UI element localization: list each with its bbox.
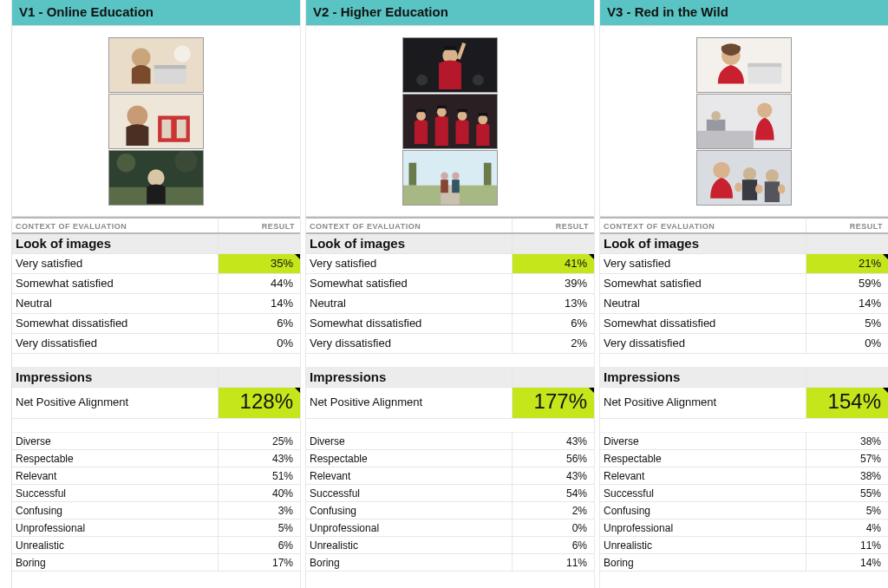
metric-value: 11% [806, 537, 888, 553]
panel-title[interactable]: V2 - Higher Education [306, 0, 594, 25]
blank-row [12, 419, 300, 433]
table-row[interactable]: Neutral13% [306, 294, 594, 314]
metric-label: Boring [600, 554, 806, 571]
table-row[interactable]: Successful54% [306, 485, 594, 502]
blank-row [600, 419, 888, 433]
table-row[interactable]: Very satisfied41% [306, 254, 594, 274]
panel-v3: V3 - Red in the WildCONTEXT OF EVALUATIO… [600, 0, 888, 588]
table-row[interactable]: Diverse25% [12, 433, 300, 450]
net-label: Net Positive Alignment [600, 388, 806, 418]
metric-label: Respectable [306, 450, 513, 467]
metric-value: 43% [513, 467, 594, 484]
thumbnail-image[interactable] [696, 37, 792, 93]
section-label: Look of images [12, 234, 219, 253]
table-row[interactable]: Successful40% [12, 485, 300, 502]
table-row[interactable]: Very dissatisfied2% [306, 334, 594, 354]
table-row[interactable]: Somewhat satisfied59% [600, 274, 888, 294]
table-row[interactable]: Unrealistic6% [306, 537, 594, 554]
section-label: Look of images [600, 234, 806, 253]
net-value: 154% [806, 388, 888, 418]
metric-label: Somewhat satisfied [600, 274, 806, 293]
metric-label: Very dissatisfied [12, 334, 219, 353]
table-row[interactable]: Confusing3% [12, 502, 300, 519]
table-row[interactable]: Somewhat dissatisfied6% [12, 314, 300, 334]
table-row[interactable]: Respectable57% [600, 450, 888, 467]
metric-label: Neutral [600, 294, 806, 313]
thumbnail-image[interactable] [696, 94, 792, 149]
table-row[interactable]: Respectable56% [306, 450, 594, 467]
blank-row [12, 354, 300, 368]
thumbnail-image[interactable] [108, 94, 204, 149]
panel-title[interactable]: V3 - Red in the Wild [600, 0, 888, 25]
table-row[interactable]: Very satisfied21% [600, 254, 888, 274]
metric-value: 21% [806, 254, 888, 273]
metric-label: Respectable [600, 450, 806, 467]
metric-value: 51% [219, 467, 300, 484]
thumbnail-image[interactable] [696, 150, 792, 206]
table-row[interactable]: Respectable43% [12, 450, 300, 467]
thumbnail-image[interactable] [108, 37, 204, 93]
metric-value: 56% [513, 450, 594, 467]
net-value: 177% [513, 388, 594, 418]
table-row[interactable]: Relevant43% [306, 467, 594, 485]
table-row[interactable]: Somewhat dissatisfied5% [600, 314, 888, 334]
table-row[interactable]: Relevant38% [600, 467, 888, 485]
metric-label: Diverse [600, 433, 806, 449]
table-row[interactable]: Somewhat satisfied39% [306, 274, 594, 294]
table-row[interactable]: Relevant51% [12, 467, 300, 485]
metric-value: 39% [513, 274, 594, 293]
metric-value: 11% [513, 554, 594, 571]
column-header-row: CONTEXT OF EVALUATIONRESULT [12, 217, 300, 234]
image-row [600, 26, 888, 217]
panel-title[interactable]: V1 - Online Education [12, 0, 300, 25]
metric-value: 13% [513, 294, 594, 313]
table-row[interactable]: Boring17% [12, 554, 300, 572]
thumbnail-image[interactable] [402, 94, 498, 149]
table-row[interactable]: Somewhat satisfied44% [12, 274, 300, 294]
thumbnail-image[interactable] [402, 150, 498, 206]
metric-label: Respectable [12, 450, 219, 467]
metric-value: 40% [219, 485, 300, 501]
metric-label: Unrealistic [600, 537, 806, 553]
metric-label: Unprofessional [12, 519, 219, 536]
metric-value: 2% [513, 502, 594, 519]
net-positive-row[interactable]: Net Positive Alignment128% [12, 388, 300, 419]
panel-v2: V2 - Higher EducationCONTEXT OF EVALUATI… [306, 0, 595, 588]
metric-value: 6% [513, 314, 594, 333]
table-row[interactable]: Boring14% [600, 554, 888, 572]
section-label: Look of images [306, 234, 513, 253]
metric-label: Boring [306, 554, 513, 571]
metric-value: 0% [513, 519, 594, 536]
metric-value: 41% [513, 254, 594, 273]
table-row[interactable]: Boring11% [306, 554, 594, 572]
section-look: Look of images [12, 234, 300, 254]
table-row[interactable]: Very satisfied35% [12, 254, 300, 274]
thumbnail-image[interactable] [108, 150, 204, 206]
table-row[interactable]: Confusing5% [600, 502, 888, 519]
metric-label: Somewhat satisfied [12, 274, 219, 293]
metric-value: 6% [219, 314, 300, 333]
metric-value: 17% [219, 554, 300, 571]
col-header-result: RESULT [513, 219, 594, 232]
metric-value: 5% [806, 314, 888, 333]
net-positive-row[interactable]: Net Positive Alignment154% [600, 388, 888, 419]
table-row[interactable]: Neutral14% [600, 294, 888, 314]
table-row[interactable]: Neutral14% [12, 294, 300, 314]
table-row[interactable]: Diverse43% [306, 433, 594, 450]
net-label: Net Positive Alignment [12, 388, 219, 418]
table-row[interactable]: Very dissatisfied0% [12, 334, 300, 354]
table-row[interactable]: Successful55% [600, 485, 888, 502]
net-positive-row[interactable]: Net Positive Alignment177% [306, 388, 594, 419]
table-row[interactable]: Unrealistic6% [12, 537, 300, 554]
metric-value: 6% [513, 537, 594, 553]
table-row[interactable]: Unprofessional4% [600, 519, 888, 537]
table-row[interactable]: Somewhat dissatisfied6% [306, 314, 594, 334]
table-row[interactable]: Very dissatisfied0% [600, 334, 888, 354]
thumbnail-image[interactable] [402, 37, 498, 93]
metric-label: Unprofessional [306, 519, 513, 536]
table-row[interactable]: Confusing2% [306, 502, 594, 519]
table-row[interactable]: Unprofessional0% [306, 519, 594, 537]
table-row[interactable]: Diverse38% [600, 433, 888, 450]
table-row[interactable]: Unprofessional5% [12, 519, 300, 537]
table-row[interactable]: Unrealistic11% [600, 537, 888, 554]
